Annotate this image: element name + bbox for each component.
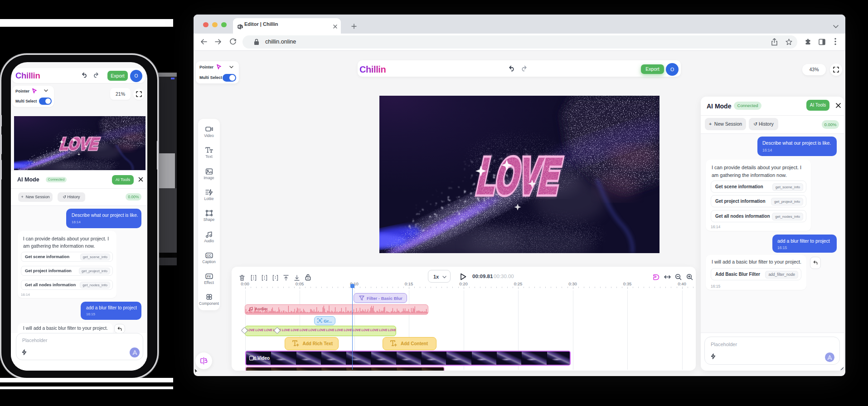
svg-text:FX: FX xyxy=(207,275,211,278)
svg-text:CC: CC xyxy=(207,254,212,258)
svg-text:LOVE: LOVE xyxy=(58,134,102,153)
svg-text:LOVE: LOVE xyxy=(473,148,567,203)
svg-text:B: B xyxy=(319,319,321,322)
